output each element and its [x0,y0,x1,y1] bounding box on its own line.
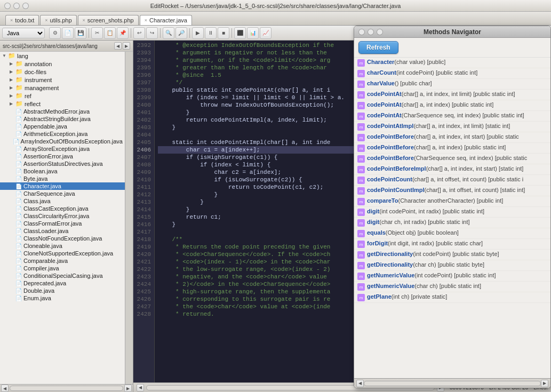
toolbar-btn-14[interactable]: ⬛ [234,27,246,39]
methods-scroll-left[interactable]: ◀ [356,380,364,387]
method-item[interactable]: mcodePointAt(CharSequence seq, int index… [354,111,550,122]
method-item[interactable]: mCharacter(char value) [public] [354,58,550,68]
sidebar-item-character-java[interactable]: 📄Character.java [0,182,125,190]
sidebar-item-assertionerror-java[interactable]: 📄AssertionError.java [0,153,125,160]
sidebar-item-cloneable-java[interactable]: 📄Cloneable.java [0,242,125,250]
method-item[interactable]: mcodePointAt(char[] a, int index) [publi… [354,100,550,111]
method-item[interactable]: mequals(Object obj) [public boolean] [354,228,550,239]
method-item[interactable]: mforDigit(int digit, int radix) [public … [354,239,550,250]
method-item[interactable]: mcharValue() [public char] [354,79,550,90]
toolbar-btn-10[interactable]: 🔎 [175,27,187,39]
sidebar-item-class-java[interactable]: 📄Class.java [0,197,125,205]
scroll-bottom-right[interactable]: ▶ [124,385,132,392]
method-item[interactable]: mdigit(char ch, int radix) [public stati… [354,218,550,228]
sidebar-item-management[interactable]: ▶📁management [0,84,125,92]
sidebar-item-instrument[interactable]: ▶📁instrument [0,76,125,84]
methods-scrollbar-h[interactable] [364,381,541,386]
sidebar-item-enum-java[interactable]: 📄Enum.java [0,294,125,302]
method-item[interactable]: mgetDirectionality(int codePoint) [publi… [354,250,550,260]
tab-utils[interactable]: × utils.php [40,15,76,25]
language-select[interactable]: Java PHP C Python [2,28,45,38]
method-item[interactable]: mcodePointAtImpl(char[] a, int index, in… [354,122,550,132]
toolbar-btn-3[interactable]: 💾 [75,27,86,39]
method-item[interactable]: mcharCount(int codePoint) [public static… [354,68,550,79]
sidebar-item-classloader-java[interactable]: 📄ClassLoader.java [0,227,125,235]
sidebar-item-charsequence-java[interactable]: 📄CharSequence.java [0,190,125,197]
toolbar-btn-6[interactable]: 📌 [117,27,129,39]
minimize-button[interactable] [13,3,20,9]
sidebar-item-classcastexception-java[interactable]: 📄ClassCastException.java [0,205,125,212]
tab-close-icon[interactable]: × [83,18,85,23]
sidebar-item-lang[interactable]: ▼📁lang [0,52,125,60]
sidebar-item-annotation[interactable]: ▶📁annotation [0,60,125,68]
methods-close-button[interactable] [358,29,365,35]
tab-close-icon[interactable]: × [10,18,13,23]
methods-maximize-button[interactable] [377,29,383,35]
sidebar-item-arrayindexoutofboundsexception-java[interactable]: 📄ArrayIndexOutOfBoundsException.java [0,138,125,145]
sidebar-item-deprecated-java[interactable]: 📄Deprecated.java [0,279,125,287]
method-item[interactable]: mgetDirectionality(char ch) [public stat… [354,260,550,271]
close-button[interactable] [4,3,11,9]
toolbar-btn-15[interactable]: 📊 [247,27,259,39]
scroll-right-arrow[interactable]: ▶ [123,42,130,50]
sidebar-item-boolean-java[interactable]: 📄Boolean.java [0,167,125,175]
window-controls[interactable] [4,3,29,9]
sidebar-item-classcircularityerror-java[interactable]: 📄ClassCircularityError.java [0,212,125,220]
toolbar-btn-1[interactable]: ⚙ [49,27,61,39]
toolbar-btn-4[interactable]: ✂ [91,27,103,39]
sidebar-item-double-java[interactable]: 📄Double.java [0,287,125,294]
sidebar-item-ref[interactable]: ▶📁ref [0,92,125,100]
sidebar-item-clonenotsupportedexception-java[interactable]: 📄CloneNotSupportedException.java [0,250,125,257]
method-item[interactable]: mgetNumericValue(int codePoint) [public … [354,271,550,282]
status-scroll-left[interactable]: ◀ [137,384,144,391]
sidebar-item-byte-java[interactable]: 📄Byte.java [0,175,125,182]
tab-character[interactable]: × Character.java [140,15,192,25]
sidebar-item-assertionstatusdirectives-java[interactable]: 📄AssertionStatusDirectives.java [0,160,125,167]
sidebar-item-reflect[interactable]: ▶📁reflect [0,100,125,108]
toolbar-btn-9[interactable]: 🔍 [163,27,174,39]
tab-screen-shots[interactable]: × screen_shots.php [78,15,139,25]
methods-minimize-button[interactable] [368,29,374,35]
tab-todo[interactable]: × todo.txt [5,15,39,25]
method-item[interactable]: mcodePointCountImpl(char[] a, int offset… [354,186,550,196]
scroll-bottom-left[interactable]: ◀ [1,385,9,392]
maximize-button[interactable] [22,3,29,9]
method-item[interactable]: mdigit(int codePoint, int radix) [public… [354,207,550,218]
methods-scroll-right[interactable]: ▶ [541,380,548,387]
scroll-left-arrow[interactable]: ◀ [114,42,122,50]
method-item[interactable]: mcodePointCount(char[] a, int offset, in… [354,175,550,186]
tab-close-icon[interactable]: × [145,18,147,23]
toolbar-btn-11[interactable]: ▶ [192,27,204,39]
method-item[interactable]: mcompareTo(Character anotherCharacter) [… [354,196,550,207]
method-item[interactable]: mgetPlane(int ch) [private static] [354,292,550,303]
toolbar-btn-13[interactable]: ■ [218,27,229,39]
toolbar-btn-2[interactable]: 📄 [62,27,74,39]
sidebar-item-abstractmethoderror-java[interactable]: 📄AbstractMethodError.java [0,108,125,115]
refresh-button[interactable]: Refresh [358,41,398,54]
sidebar-item-arithmeticexception-java[interactable]: 📄ArithmeticException.java [0,130,125,138]
sidebar-item-arraystoreexception-java[interactable]: 📄ArrayStoreException.java [0,145,125,153]
sidebar-scrollbar-h[interactable] [10,386,123,391]
method-item[interactable]: mcodePointBefore(char[] a, int index, in… [354,132,550,143]
toolbar-btn-16[interactable]: 📈 [260,27,271,39]
toolbar-btn-12[interactable]: ⏸ [205,27,217,39]
toolbar-btn-7[interactable]: ↩ [133,27,145,39]
sidebar-item-doc-files[interactable]: ▶📁doc-files [0,68,125,76]
sidebar-item-comparable-java[interactable]: 📄Comparable.java [0,257,125,265]
sidebar-item-compiler-java[interactable]: 📄Compiler.java [0,265,125,272]
methods-window-controls[interactable] [358,29,383,35]
sidebar-item-classnotfoundexception-java[interactable]: 📄ClassNotFoundException.java [0,235,125,242]
method-item[interactable]: mcodePointBeforeImpl(char[] a, int index… [354,164,550,175]
tab-close-icon[interactable]: × [45,18,47,23]
method-item[interactable]: mcodePointBefore(CharSequence seq, int i… [354,154,550,164]
method-item[interactable]: mcodePointAt(char[] a, int index, int li… [354,90,550,100]
toolbar-btn-8[interactable]: ↪ [146,27,158,39]
sidebar-item-conditionalspecialcasing-java[interactable]: 📄ConditionalSpecialCasing.java [0,272,125,279]
method-item[interactable]: mcodePointBefore(char[] a, int index) [p… [354,143,550,154]
sidebar-item-appendable-java[interactable]: 📄Appendable.java [0,123,125,130]
method-item[interactable]: mgetNumericValue(char ch) [public static… [354,282,550,292]
sidebar-scrollbar-v[interactable] [125,52,133,384]
sidebar-item-classformaterror-java[interactable]: 📄ClassFormatError.java [0,220,125,227]
toolbar-btn-5[interactable]: 📋 [104,27,116,39]
sidebar-item-abstractstringbuilder-java[interactable]: 📄AbstractStringBuilder.java [0,115,125,123]
